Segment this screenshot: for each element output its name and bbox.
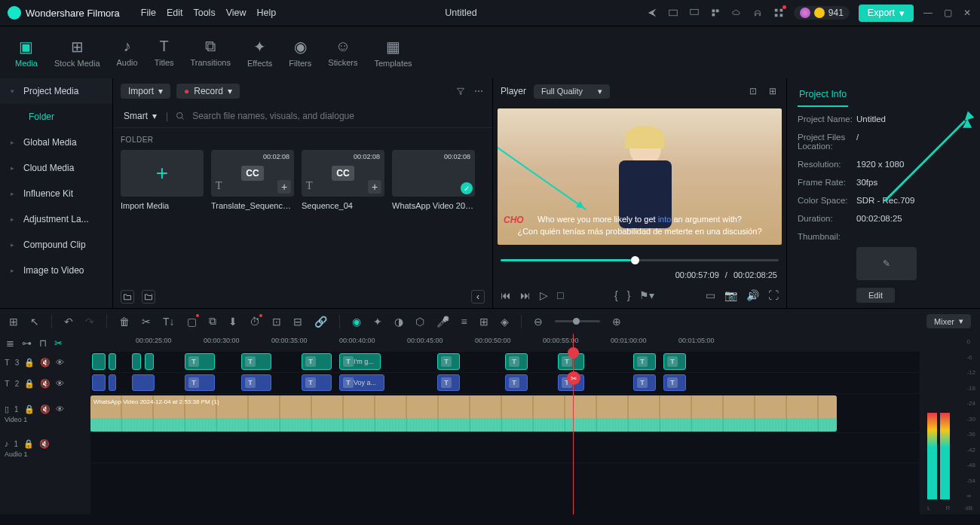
tab-titles[interactable]: TTitles bbox=[155, 38, 174, 67]
track-a1[interactable] bbox=[90, 433, 920, 463]
video-clip[interactable]: WhatsApp Video 2024-12-04 at 2:53:38 PM … bbox=[90, 395, 837, 432]
tab-stock-media[interactable]: ⊞Stock Media bbox=[54, 38, 100, 68]
panel-icon[interactable] bbox=[667, 7, 679, 19]
preview-canvas[interactable]: CHO Who were you more likely to get into… bbox=[498, 108, 782, 245]
mic-icon[interactable]: 🎤 bbox=[436, 316, 449, 328]
search-input[interactable] bbox=[192, 111, 485, 121]
edit-button[interactable]: Edit bbox=[856, 288, 895, 303]
scrubber[interactable] bbox=[501, 259, 779, 261]
grid-icon[interactable]: ⊞ bbox=[9, 316, 18, 328]
tab-transitions[interactable]: ⧉Transitions bbox=[191, 38, 231, 67]
align-icon[interactable]: ≡ bbox=[461, 316, 467, 328]
color-icon[interactable]: ◉ bbox=[352, 316, 361, 328]
subtitle-clip[interactable]: T bbox=[663, 374, 686, 391]
lock-icon[interactable]: 🔒 bbox=[24, 379, 35, 389]
zoom-knob[interactable] bbox=[573, 318, 580, 325]
lock-icon[interactable]: 🔒 bbox=[23, 439, 34, 449]
cloud-icon[interactable] bbox=[730, 7, 743, 19]
mixer-button[interactable]: Mixer▾ bbox=[926, 314, 971, 328]
sidebar-global-media[interactable]: ▸Global Media bbox=[0, 130, 112, 155]
play-icon[interactable]: ▷ bbox=[540, 289, 548, 301]
subtitle-clip[interactable]: T bbox=[663, 353, 686, 370]
sidebar-influence-kit[interactable]: ▸Influence Kit bbox=[0, 181, 112, 206]
playhead[interactable] bbox=[573, 334, 574, 514]
subtitle-clip[interactable]: TI'm g... bbox=[339, 353, 381, 370]
timeline-tracks[interactable]: 00:00:25:00 00:00:30:00 00:00:35:00 00:0… bbox=[90, 334, 920, 514]
tab-stickers[interactable]: ☺Stickers bbox=[328, 38, 357, 67]
mark-in-icon[interactable]: { bbox=[614, 289, 618, 301]
subtitle-clip[interactable]: T bbox=[633, 374, 656, 391]
track-icon[interactable]: ⊞ bbox=[479, 316, 488, 328]
more-icon[interactable]: ⋯ bbox=[473, 85, 485, 97]
subtitle-clip[interactable] bbox=[92, 374, 106, 391]
lock-icon[interactable]: 🔒 bbox=[24, 404, 35, 414]
lock-icon[interactable]: 🔒 bbox=[24, 358, 35, 368]
enhance-icon[interactable]: ✦ bbox=[373, 316, 382, 328]
subtitle-clip[interactable] bbox=[132, 353, 141, 370]
filter-icon[interactable] bbox=[455, 85, 467, 97]
link-icon[interactable]: 🔗 bbox=[314, 316, 327, 328]
minimize-button[interactable]: — bbox=[923, 8, 933, 18]
pointer-icon[interactable]: ↖ bbox=[30, 316, 39, 328]
link-tracks-icon[interactable]: ⊶ bbox=[22, 337, 32, 349]
subtitle-clip[interactable]: T bbox=[505, 353, 528, 370]
sidebar-cloud-media[interactable]: ▸Cloud Media bbox=[0, 155, 112, 181]
subtitle-clip[interactable]: T bbox=[185, 374, 215, 391]
track-head-v1[interactable]: ▯1 🔒 🔇 👁 Video 1 bbox=[0, 394, 90, 433]
subtitle-clip[interactable]: T bbox=[302, 374, 332, 391]
menu-tools[interactable]: Tools bbox=[193, 8, 215, 18]
headphone-icon[interactable] bbox=[752, 7, 764, 19]
speed-icon[interactable]: ⏱ bbox=[250, 316, 260, 328]
eye-icon[interactable]: 👁 bbox=[56, 379, 64, 388]
tab-effects[interactable]: ✦Effects bbox=[247, 38, 272, 68]
export-button[interactable]: Export ▾ bbox=[859, 5, 914, 22]
group-icon[interactable]: ⊡ bbox=[272, 316, 281, 328]
media-card[interactable]: 00:02:08CCT+ Sequence_04 bbox=[302, 150, 384, 210]
thumbnail-button[interactable]: ✎ bbox=[856, 247, 917, 280]
subtitle-clip[interactable]: TVoy a... bbox=[339, 374, 384, 391]
import-dropdown[interactable]: Import▾ bbox=[121, 84, 170, 99]
zoom-out-icon[interactable]: ⊖ bbox=[534, 316, 543, 328]
add-icon[interactable]: + bbox=[277, 180, 291, 194]
subtitle-clip[interactable]: T bbox=[505, 374, 528, 391]
delete-icon[interactable]: 🗑 bbox=[119, 316, 130, 328]
next-frame-icon[interactable]: ⏭ bbox=[520, 289, 531, 301]
screen-icon[interactable] bbox=[688, 7, 700, 19]
subtitle-clip[interactable]: T bbox=[241, 353, 271, 370]
subtitle-clip[interactable]: T bbox=[437, 374, 460, 391]
shield-icon[interactable]: ⬡ bbox=[415, 316, 424, 328]
copy-icon[interactable]: ⧉ bbox=[209, 315, 216, 328]
prev-frame-icon[interactable]: ⏮ bbox=[501, 289, 511, 301]
text-tool-icon[interactable]: T↓ bbox=[163, 316, 175, 328]
mask-icon[interactable]: ◑ bbox=[394, 316, 403, 328]
mute-icon[interactable]: 🔇 bbox=[40, 379, 51, 389]
cut-icon[interactable]: ✂ bbox=[142, 316, 151, 328]
quality-select[interactable]: Full Quality▾ bbox=[534, 84, 610, 99]
mute-icon[interactable]: 🔇 bbox=[40, 404, 51, 414]
stop-icon[interactable]: □ bbox=[557, 289, 563, 301]
menu-view[interactable]: View bbox=[226, 8, 247, 18]
media-card[interactable]: 00:02:08CCT+ Translate_Sequence_03 bbox=[211, 150, 294, 210]
record-dropdown[interactable]: ●Record▾ bbox=[176, 84, 240, 99]
smart-dropdown[interactable]: Smart▾ bbox=[121, 111, 160, 121]
compare-icon[interactable]: ⊡ bbox=[747, 85, 759, 97]
add-icon[interactable]: + bbox=[368, 180, 381, 194]
credits-badge[interactable]: 941 bbox=[794, 6, 850, 20]
import-media-card[interactable]: + Import Media bbox=[121, 150, 204, 210]
scrubber-knob[interactable] bbox=[631, 256, 639, 264]
menu-help[interactable]: Help bbox=[257, 8, 277, 18]
eye-icon[interactable]: 👁 bbox=[56, 358, 64, 367]
media-card-video[interactable]: 00:02:08✓ WhatsApp Video 2024... bbox=[392, 150, 475, 210]
fullscreen-icon[interactable]: ⛶ bbox=[768, 289, 779, 301]
subtitle-clip[interactable]: T bbox=[633, 353, 656, 370]
sidebar-adjustment-layer[interactable]: ▸Adjustment La... bbox=[0, 206, 112, 232]
tab-audio[interactable]: ♪Audio bbox=[117, 38, 138, 67]
snapshot-icon[interactable]: ⊞ bbox=[767, 85, 779, 97]
crop-icon[interactable]: ▢ bbox=[187, 316, 197, 328]
camera-icon[interactable]: 📷 bbox=[724, 289, 737, 301]
subtitle-clip[interactable]: T bbox=[185, 353, 215, 370]
subtitle-clip[interactable] bbox=[92, 353, 106, 370]
eye-icon[interactable]: 👁 bbox=[56, 404, 64, 414]
sidebar-compound-clip[interactable]: ▸Compound Clip bbox=[0, 232, 112, 258]
snap-icon[interactable]: ✂ bbox=[54, 337, 63, 349]
